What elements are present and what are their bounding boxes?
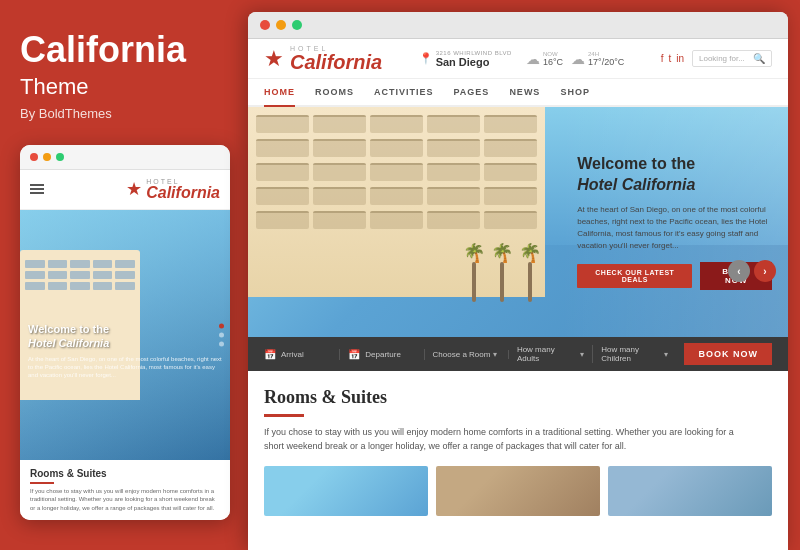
rooms-description: If you chose to stay with us you will en… bbox=[264, 425, 744, 454]
slider-arrows: ‹ › bbox=[728, 260, 776, 282]
check-deals-button[interactable]: CHECK OUR LATEST DEALS bbox=[577, 264, 692, 288]
rooms-underline bbox=[264, 414, 304, 417]
site-star-icon: ★ bbox=[264, 46, 284, 72]
hero-palms: 🌴 🌴 🌴 bbox=[464, 242, 540, 302]
mobile-hero: Welcome to the Hotel California At the h… bbox=[20, 210, 230, 460]
social-icons: f t in bbox=[661, 53, 684, 64]
sidebar-subtitle: Theme bbox=[20, 74, 228, 100]
room-select-field[interactable]: Choose a Room ▾ bbox=[433, 350, 509, 359]
weather-block: ☁ NOW 16°C ☁ 24H 17°/20°C bbox=[526, 51, 624, 67]
search-box[interactable]: Looking for... 🔍 bbox=[692, 50, 772, 67]
mobile-top-bar bbox=[20, 145, 230, 170]
site-california-text: California bbox=[290, 52, 382, 72]
booking-book-button[interactable]: BOOK NOW bbox=[684, 343, 772, 365]
hero-section: 🌴 🌴 🌴 Welcome to the Hotel California At… bbox=[248, 107, 788, 337]
mobile-rooms-underline bbox=[30, 482, 54, 484]
website: ★ HOTEL California 📍 3216 WHIRLWIND BLVD… bbox=[248, 39, 788, 550]
rooms-title: Rooms & Suites bbox=[264, 387, 772, 408]
mobile-logo: ★ HOTEL California bbox=[126, 178, 220, 201]
mobile-header: ★ HOTEL California bbox=[20, 170, 230, 210]
mobile-preview: ★ HOTEL California Welcome to the Hot bbox=[20, 145, 230, 520]
nav-item-news[interactable]: NEWS bbox=[509, 79, 540, 107]
hero-text-mobile: Welcome to the Hotel California At the h… bbox=[28, 322, 222, 380]
dot-yellow bbox=[43, 153, 51, 161]
room-thumbnail-2[interactable] bbox=[436, 466, 600, 516]
room-thumbnail-1[interactable] bbox=[264, 466, 428, 516]
chevron-down-icon-room: ▾ bbox=[493, 350, 497, 359]
location-pin-icon: 📍 bbox=[419, 52, 433, 65]
sidebar-title: California bbox=[20, 30, 228, 70]
desktop-preview: ★ HOTEL California 📍 3216 WHIRLWIND BLVD… bbox=[248, 12, 788, 550]
hero-heading: Welcome to the Hotel California bbox=[577, 154, 772, 196]
arrival-field[interactable]: 📅 Arrival bbox=[264, 349, 340, 360]
search-icon[interactable]: 🔍 bbox=[753, 53, 765, 64]
nav-dot-3 bbox=[219, 341, 224, 346]
nav-item-rooms[interactable]: ROOMS bbox=[315, 79, 354, 107]
browser-dot-yellow bbox=[276, 20, 286, 30]
nav-item-pages[interactable]: PAGES bbox=[454, 79, 490, 107]
cloud-icon-2: ☁ bbox=[571, 51, 585, 67]
facebook-icon[interactable]: f bbox=[661, 53, 664, 64]
nav-dot-2 bbox=[219, 332, 224, 337]
rooms-section: Rooms & Suites If you chose to stay with… bbox=[248, 371, 788, 550]
room-thumbnail-3[interactable] bbox=[608, 466, 772, 516]
children-select-field[interactable]: How many Children ▾ bbox=[601, 345, 676, 363]
mobile-rooms-title: Rooms & Suites bbox=[30, 468, 220, 479]
site-header: ★ HOTEL California 📍 3216 WHIRLWIND BLVD… bbox=[248, 39, 788, 79]
rooms-thumbnails bbox=[264, 466, 772, 516]
mobile-rooms-desc: If you chose to stay with us you will en… bbox=[30, 487, 220, 512]
hero-content: Welcome to the Hotel California At the h… bbox=[561, 107, 788, 337]
browser-dot-red bbox=[260, 20, 270, 30]
browser-chrome bbox=[248, 12, 788, 39]
mobile-dot-nav bbox=[219, 323, 224, 346]
sidebar: California Theme By BoldThemes ★ HOTEL C… bbox=[0, 0, 248, 550]
address-block: 📍 3216 WHIRLWIND BLVD San Diego bbox=[419, 50, 512, 68]
hamburger-icon bbox=[30, 184, 44, 194]
weather-item-1: ☁ NOW 16°C bbox=[526, 51, 563, 67]
sidebar-author: By BoldThemes bbox=[20, 106, 228, 121]
instagram-icon[interactable]: in bbox=[676, 53, 684, 64]
browser-dot-green bbox=[292, 20, 302, 30]
mobile-rooms-section: Rooms & Suites If you chose to stay with… bbox=[20, 460, 230, 520]
adults-select-field[interactable]: How many Adults ▾ bbox=[517, 345, 593, 363]
slider-prev-button[interactable]: ‹ bbox=[728, 260, 750, 282]
site-nav: HOME ROOMS ACTIVITIES PAGES NEWS SHOP bbox=[248, 79, 788, 107]
hero-description: At the heart of San Diego, on one of the… bbox=[577, 204, 772, 252]
twitter-icon[interactable]: t bbox=[668, 53, 671, 64]
departure-field[interactable]: 📅 Departure bbox=[348, 349, 424, 360]
address-city: San Diego bbox=[436, 56, 512, 68]
header-actions: f t in Looking for... 🔍 bbox=[661, 50, 772, 67]
weather-item-2: ☁ 24H 17°/20°C bbox=[571, 51, 624, 67]
calendar-icon-1: 📅 bbox=[264, 349, 276, 360]
nav-dot-1 bbox=[219, 323, 224, 328]
calendar-icon-2: 📅 bbox=[348, 349, 360, 360]
cloud-icon-1: ☁ bbox=[526, 51, 540, 67]
nav-item-activities[interactable]: ACTIVITIES bbox=[374, 79, 434, 107]
site-logo: ★ HOTEL California bbox=[264, 45, 382, 72]
slider-next-button[interactable]: › bbox=[754, 260, 776, 282]
star-icon: ★ bbox=[126, 178, 142, 200]
nav-item-shop[interactable]: SHOP bbox=[560, 79, 590, 107]
nav-item-home[interactable]: HOME bbox=[264, 79, 295, 107]
dot-red bbox=[30, 153, 38, 161]
booking-bar: 📅 Arrival 📅 Departure Choose a Room ▾ Ho… bbox=[248, 337, 788, 371]
chevron-down-icon-children: ▾ bbox=[664, 350, 668, 359]
chevron-down-icon-adults: ▾ bbox=[580, 350, 584, 359]
header-info: 📍 3216 WHIRLWIND BLVD San Diego ☁ NOW 16… bbox=[419, 50, 625, 68]
dot-green bbox=[56, 153, 64, 161]
california-mobile-text: California bbox=[146, 185, 220, 201]
